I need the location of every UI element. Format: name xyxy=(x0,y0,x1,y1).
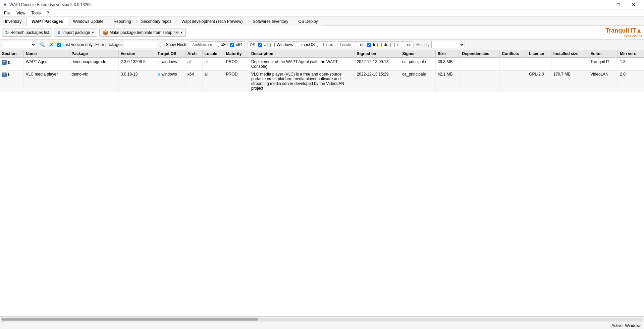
os-linux-checkbox[interactable] xyxy=(317,43,321,47)
menu-help[interactable]: ? xyxy=(44,10,52,16)
os-all-checkbox[interactable] xyxy=(258,43,262,47)
show-hosts-group: Show Hosts xyxy=(160,42,187,47)
cell-signed-on-2: 2022-12-13 15:29 xyxy=(355,70,400,92)
maturity-filter: Maturity PROD DEV xyxy=(416,41,465,48)
tab-secondary-repos[interactable]: Secondary repos xyxy=(136,17,176,26)
show-hosts-checkbox[interactable] xyxy=(160,43,164,47)
maximize-button[interactable]: □ xyxy=(610,0,626,9)
title-bar: 🖥 WAPTConsole Enterprise version 2.3.0.1… xyxy=(0,0,644,9)
col-description: Description xyxy=(249,50,355,58)
import-dropdown-icon: ▼ xyxy=(91,31,94,34)
filter-packages-group: Filter packages xyxy=(95,41,157,48)
tab-wapt-packages[interactable]: WAPT Packages xyxy=(26,17,68,26)
arch-x86-checkbox[interactable] xyxy=(215,43,219,47)
col-signer: Signer xyxy=(400,50,435,58)
cell-arch-1: all xyxy=(185,58,202,70)
close-button[interactable]: ✕ xyxy=(626,0,641,9)
packages-table-container: Section Name Package Version Target OS A… xyxy=(0,50,644,316)
os-windows-checkbox[interactable] xyxy=(270,43,275,47)
clear-search-button[interactable]: ✕ xyxy=(49,42,54,47)
os-macos-checkbox[interactable] xyxy=(295,43,299,47)
cell-dependencies-1 xyxy=(460,58,500,70)
toolbar: ↻ Refresh packages list ⬇ Import package… xyxy=(0,26,644,40)
package-icon-2: 📦 xyxy=(2,73,7,77)
logo-area: Tranquil IT▲ DevSecOps xyxy=(605,27,642,38)
os-macos-label: macOS xyxy=(301,42,315,47)
tab-inventory[interactable]: Inventory xyxy=(0,17,26,26)
col-target-os: Target OS xyxy=(155,50,185,58)
cell-min-vers-2: 2.0 xyxy=(618,70,644,92)
minimize-button[interactable]: ─ xyxy=(595,0,610,9)
os-filter: OS all Windows macOS Linux xyxy=(248,41,335,48)
cell-version-1: 2.3.0.13206-5 xyxy=(118,58,155,70)
arch-x64-label: x64 xyxy=(236,42,243,47)
search-select[interactable] xyxy=(3,41,36,48)
package-icon-1: 📦 xyxy=(2,60,7,65)
locale-en-checkbox[interactable] xyxy=(354,43,358,47)
locale-fr-checkbox[interactable] xyxy=(367,43,371,47)
cell-maturity-2: PROD xyxy=(224,70,249,92)
import-icon: ⬇ xyxy=(57,30,61,35)
maturity-select[interactable]: PROD DEV xyxy=(431,41,465,48)
refresh-packages-button[interactable]: ↻ Refresh packages list xyxy=(2,29,52,37)
cell-dependencies-2 xyxy=(460,70,500,92)
table-row[interactable]: 📦 b... WAPT Agent demo-waptupgrade 2.3.0… xyxy=(0,58,644,70)
tab-softwares-inventory[interactable]: Softwares Inventory xyxy=(248,17,293,26)
cell-description-2: VLC media player (VLC) is a free and ope… xyxy=(249,70,355,92)
cell-target-os-2: ⊞ windows xyxy=(155,70,185,92)
filter-packages-label: Filter packages xyxy=(95,42,122,47)
col-maturity: Maturity xyxy=(224,50,249,58)
col-arch: Arch xyxy=(185,50,202,58)
cell-size-2: 42.1 MB xyxy=(435,70,460,92)
section-icon-1: 📦 b... xyxy=(2,60,14,65)
menu-tools[interactable]: Tools xyxy=(29,10,43,16)
locale-fr-label: fr xyxy=(373,42,375,47)
arch-x86-label: x86 xyxy=(221,42,227,47)
cell-signer-1: ca_principale xyxy=(400,58,435,70)
template-dropdown-icon: ▼ xyxy=(180,31,183,34)
search-button[interactable]: 🔍 xyxy=(39,42,46,48)
last-version-checkbox[interactable] xyxy=(57,43,61,47)
col-package: Package xyxy=(69,50,119,58)
cell-maturity-1: PROD xyxy=(224,58,249,70)
cell-package-2: demo-vlc xyxy=(69,70,119,92)
filter-packages-input[interactable] xyxy=(124,41,157,48)
tab-reporting[interactable]: Reporting xyxy=(108,17,136,26)
windows-logo-2: ⊞ xyxy=(157,72,160,77)
tab-os-deploy[interactable]: OS Deploy xyxy=(293,17,323,26)
logo-accent: ▲ xyxy=(636,27,642,34)
logo: Tranquil IT▲ DevSecOps xyxy=(605,27,642,38)
tab-windows-update[interactable]: Windows Update xyxy=(68,17,109,26)
logo-text: Tranquil IT▲ xyxy=(605,27,642,34)
locale-de-checkbox[interactable] xyxy=(377,43,382,47)
nav-tabs: Inventory WAPT Packages Windows Update R… xyxy=(0,17,644,26)
architecture-filter: Architecture x86 x64 xyxy=(190,41,245,48)
horizontal-scrollbar[interactable] xyxy=(0,316,644,322)
locale-es-checkbox[interactable] xyxy=(401,43,405,47)
main-layout: File View Tools ? Inventory WAPT Package… xyxy=(0,9,644,329)
cell-size-1: 39.8 MB xyxy=(435,58,460,70)
locale-de-label: de xyxy=(384,42,388,47)
table-row[interactable]: 📦 b... VLC media player demo-vlc 3.0.18-… xyxy=(0,70,644,92)
table-body: 📦 b... WAPT Agent demo-waptupgrade 2.3.0… xyxy=(0,58,644,92)
locale-it-checkbox[interactable] xyxy=(390,43,395,47)
cell-editor-2: VideoLAN xyxy=(588,70,618,92)
content-area: Section Name Package Version Target OS A… xyxy=(0,50,644,316)
menu-view[interactable]: View xyxy=(14,10,28,16)
menu-file[interactable]: File xyxy=(1,10,13,16)
col-name: Name xyxy=(23,50,69,58)
make-template-button[interactable]: 📦 Make package template from setup file … xyxy=(99,29,186,37)
cell-package-1: demo-waptupgrade xyxy=(69,58,119,70)
architecture-label: Architecture xyxy=(192,43,212,47)
scrollbar-track xyxy=(1,318,643,321)
import-package-label: Import package xyxy=(62,30,90,35)
logo-subtitle: DevSecOps xyxy=(605,34,642,38)
import-package-button[interactable]: ⬇ Import package ▼ xyxy=(54,29,98,37)
logo-tranquil: Tranquil IT xyxy=(605,27,636,34)
activate-windows-text: Activer Windows xyxy=(611,323,641,328)
arch-x64-checkbox[interactable] xyxy=(230,43,234,47)
scrollbar-thumb[interactable] xyxy=(1,318,258,321)
tab-wapt-dev[interactable]: Wapt development (Tech Preview) xyxy=(176,17,248,26)
app-icon: 🖥 xyxy=(3,2,7,7)
col-min-vers: Min vers xyxy=(618,50,644,58)
